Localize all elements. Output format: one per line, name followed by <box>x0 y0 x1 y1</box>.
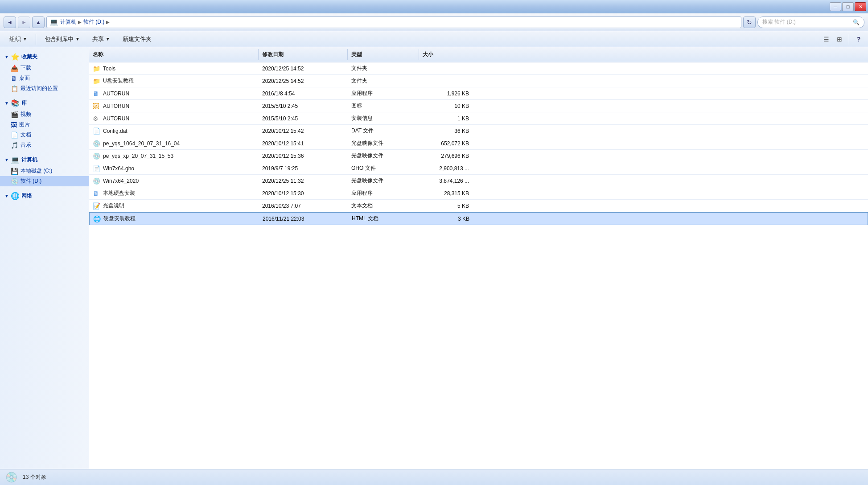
sidebar-section-header[interactable]: ▼🌐网络 <box>0 190 89 202</box>
sidebar-section-header[interactable]: ▼💻计算机 <box>0 154 89 166</box>
file-name: pe_yqs_1064_20_07_31_16_04 <box>103 140 180 147</box>
sidebar-item-label: 音乐 <box>21 141 31 149</box>
sidebar-item[interactable]: 💿软件 (D:) <box>0 176 89 186</box>
sidebar-item-label: 文档 <box>21 131 31 139</box>
main-layout: ▼⭐收藏夹📥下载🖥桌面📋最近访问的位置▼📚库🎬视频🖼图片📄文档🎵音乐▼💻计算机💾… <box>0 47 868 469</box>
new-folder-button[interactable]: 新建文件夹 <box>117 33 157 45</box>
file-name: Config.dat <box>103 128 128 134</box>
help-button[interactable]: ? <box>853 33 864 45</box>
table-row[interactable]: 🌐 硬盘安装教程 2016/11/21 22:03 HTML 文档 3 KB <box>89 212 868 225</box>
file-name: AUTORUN <box>103 115 129 122</box>
file-name: Tools <box>103 66 115 72</box>
organize-arrow-icon: ▼ <box>23 37 27 41</box>
breadcrumb-sep-1: ▶ <box>78 20 82 25</box>
file-name: AUTORUN <box>103 90 129 97</box>
table-row[interactable]: 🖥 本地硬盘安装 2020/10/12 15:30 应用程序 28,315 KB <box>89 187 868 200</box>
minimize-button[interactable]: ─ <box>830 2 841 11</box>
file-size-cell: 1 KB <box>419 112 473 124</box>
file-name: Win7x64_2020 <box>103 178 139 184</box>
file-size-cell: 3,874,126 ... <box>419 175 473 187</box>
share-button[interactable]: 共享 ▼ <box>86 33 116 45</box>
sidebar-section-header[interactable]: ▼⭐收藏夹 <box>0 51 89 63</box>
file-type-icon: 🖥 <box>93 190 101 197</box>
file-name: 光盘说明 <box>103 202 124 210</box>
toolbar-right: ☰ ⊞ ? <box>820 33 864 45</box>
back-button[interactable]: ◄ <box>4 16 16 28</box>
collapse-arrow-icon: ▼ <box>4 54 9 59</box>
file-name-cell: 📄 Config.dat <box>89 125 259 137</box>
view-options-button[interactable]: ☰ <box>820 33 832 45</box>
file-type-icon: 📝 <box>93 202 101 210</box>
file-modified-cell: 2016/11/21 22:03 <box>259 213 348 225</box>
sidebar-item[interactable]: 📄文档 <box>0 130 89 140</box>
file-modified-cell: 2020/12/25 11:32 <box>259 175 348 187</box>
sidebar-item-icon: 🖥 <box>11 75 17 82</box>
sidebar-item[interactable]: 🖥桌面 <box>0 73 89 83</box>
status-bar: 💿 13 个对象 <box>0 469 868 485</box>
archive-label: 包含到库中 <box>45 35 74 43</box>
file-size-cell: 3 KB <box>420 213 473 225</box>
file-name: 本地硬盘安装 <box>103 189 135 197</box>
sidebar-item-label: 软件 (D:) <box>21 177 41 185</box>
maximize-button[interactable]: □ <box>842 2 854 11</box>
organize-label: 组织 <box>9 35 21 43</box>
address-bar: ◄ ► ▲ 💻 计算机 ▶ 软件 (D:) ▶ ↻ 搜索 软件 (D:) 🔍 <box>0 13 868 31</box>
sidebar-item[interactable]: 💾本地磁盘 (C:) <box>0 166 89 176</box>
title-bar: ─ □ ✕ <box>0 0 868 13</box>
organize-button[interactable]: 组织 ▼ <box>4 33 33 45</box>
table-row[interactable]: 📄 Config.dat 2020/10/12 15:42 DAT 文件 36 … <box>89 125 868 137</box>
file-type-icon: 📄 <box>93 165 101 172</box>
table-row[interactable]: 💿 pe_yqs_1064_20_07_31_16_04 2020/10/12 … <box>89 137 868 150</box>
view-toggle-button[interactable]: ⊞ <box>834 33 845 45</box>
file-type-icon: ⚙ <box>93 115 101 122</box>
column-header-size[interactable]: 大小 <box>419 49 473 60</box>
sidebar-item[interactable]: 🖼图片 <box>0 119 89 130</box>
archive-button[interactable]: 包含到库中 ▼ <box>39 33 86 45</box>
up-button[interactable]: ▲ <box>32 16 45 28</box>
file-name-cell: 📄 Win7x64.gho <box>89 162 259 174</box>
file-type-cell: GHO 文件 <box>348 162 419 174</box>
object-count: 13 个对象 <box>23 473 46 481</box>
file-name-cell: 📝 光盘说明 <box>89 200 259 212</box>
sidebar-item[interactable]: 🎬视频 <box>0 109 89 119</box>
file-name: Win7x64.gho <box>103 165 134 172</box>
sidebar-item-icon: 🎵 <box>11 142 18 149</box>
table-row[interactable]: 📝 光盘说明 2016/10/23 7:07 文本文档 5 KB <box>89 200 868 212</box>
file-type-cell: 应用程序 <box>348 87 419 99</box>
forward-button[interactable]: ► <box>18 16 30 28</box>
table-row[interactable]: 🖼 AUTORUN 2015/5/10 2:45 图标 10 KB <box>89 100 868 112</box>
sidebar-section-header[interactable]: ▼📚库 <box>0 97 89 109</box>
file-size-cell: 5 KB <box>419 200 473 212</box>
close-button[interactable]: ✕ <box>855 2 866 11</box>
file-size-cell <box>419 75 473 87</box>
file-size-cell: 36 KB <box>419 125 473 137</box>
file-type-icon: 🌐 <box>93 215 101 222</box>
refresh-button[interactable]: ↻ <box>743 16 756 28</box>
table-row[interactable]: 🖥 AUTORUN 2016/1/8 4:54 应用程序 1,926 KB <box>89 87 868 100</box>
sidebar-item[interactable]: 📥下载 <box>0 63 89 73</box>
breadcrumb-drive[interactable]: 软件 (D:) <box>83 18 104 26</box>
column-header-name[interactable]: 名称 <box>89 49 259 60</box>
toolbar: 组织 ▼ 包含到库中 ▼ 共享 ▼ 新建文件夹 ☰ ⊞ ? <box>0 31 868 47</box>
file-type-icon: 🖥 <box>93 90 101 97</box>
search-bar[interactable]: 搜索 软件 (D:) 🔍 <box>757 16 864 28</box>
toolbar-separator-1 <box>36 34 36 45</box>
table-row[interactable]: 💿 pe_yqs_xp_20_07_31_15_53 2020/10/12 15… <box>89 150 868 162</box>
sidebar-item[interactable]: 🎵音乐 <box>0 140 89 150</box>
file-name-cell: 📁 U盘安装教程 <box>89 75 259 87</box>
file-modified-cell: 2015/5/10 2:45 <box>259 100 348 112</box>
table-row[interactable]: ⚙ AUTORUN 2015/5/10 2:45 安装信息 1 KB <box>89 112 868 125</box>
column-header-type[interactable]: 类型 <box>348 49 419 60</box>
table-row[interactable]: 📁 Tools 2020/12/25 14:52 文件夹 <box>89 62 868 75</box>
table-row[interactable]: 📄 Win7x64.gho 2019/9/7 19:25 GHO 文件 2,90… <box>89 162 868 175</box>
breadcrumb-computer[interactable]: 计算机 <box>60 18 76 26</box>
table-row[interactable]: 💿 Win7x64_2020 2020/12/25 11:32 光盘映像文件 3… <box>89 175 868 187</box>
sidebar-item-icon: 📄 <box>11 132 18 139</box>
sidebar-item-label: 本地磁盘 (C:) <box>21 167 52 175</box>
file-list-area: 名称 修改日期 类型 大小 📁 Tools 2020/12/25 14:52 文… <box>89 47 868 469</box>
file-type-cell: 文件夹 <box>348 62 419 74</box>
column-header-modified[interactable]: 修改日期 <box>259 49 348 60</box>
table-row[interactable]: 📁 U盘安装教程 2020/12/25 14:52 文件夹 <box>89 75 868 87</box>
new-folder-label: 新建文件夹 <box>123 35 152 43</box>
sidebar-item[interactable]: 📋最近访问的位置 <box>0 83 89 94</box>
